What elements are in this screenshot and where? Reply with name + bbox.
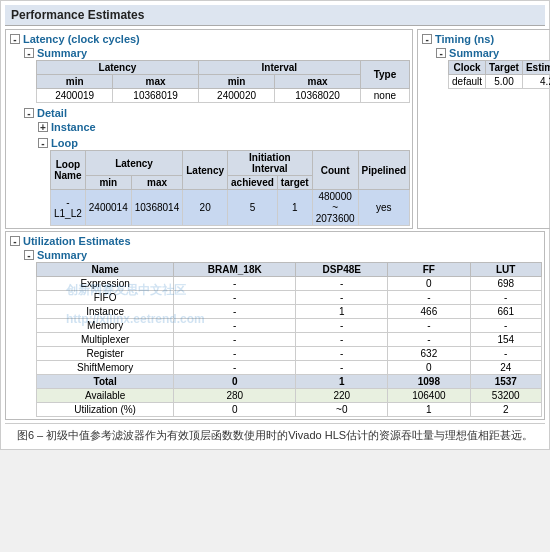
loop-min-header: min [85,176,131,190]
util-pct-ff: 1 [388,403,470,417]
loop-achieved-header: achieved [228,176,278,190]
timing-section-title: - Timing (ns) [420,32,550,46]
util-avail-ff: 106400 [388,389,470,403]
util-row-2-name: Instance [37,305,174,319]
loop-latency-header: Latency [183,151,228,190]
util-row-5-dsp: - [296,347,388,361]
loop-min-val: 2400014 [85,190,131,226]
util-row-4-ff: - [388,333,470,347]
util-row-0-bram: - [174,277,296,291]
table-row: Instance - 1 466 661 [37,305,542,319]
util-row-5-name: Register [37,347,174,361]
util-row-6-ff: 0 [388,361,470,375]
latency-detail-block: - Detail + Instance - Loop [8,106,410,226]
latency-summary-label: Summary [37,47,87,59]
latency-max-header: max [113,75,199,89]
table-row: Register - - 632 - [37,347,542,361]
loop-collapse-icon[interactable]: - [38,138,48,148]
instance-block: + Instance [22,120,410,134]
latency-detail-collapse-icon[interactable]: - [24,108,34,118]
latency-detail-label: Detail [37,107,67,119]
util-pct-name: Utilization (%) [37,403,174,417]
util-total-lut: 1537 [470,375,542,389]
util-summary-block: - Summary Name BRAM_18K DSP48E FF LUT [8,248,542,417]
timing-summary-table: Clock Target Estimated Uncertainty defau… [448,60,550,89]
caption: 图6 – 初级中值参考滤波器作为有效顶层函数数使用时的Vivado HLS估计的… [5,423,545,445]
util-row-6-bram: - [174,361,296,375]
loop-table-wrapper: Loop Name Latency Latency Initiation Int… [36,150,410,226]
instance-expand-icon[interactable]: + [38,122,48,132]
util-bram-header: BRAM_18K [174,263,296,277]
util-avail-lut: 53200 [470,389,542,403]
loop-name-header: Loop Name [51,151,86,190]
util-row-2-lut: 661 [470,305,542,319]
util-row-0-dsp: - [296,277,388,291]
util-row-2-ff: 466 [388,305,470,319]
instance-title: + Instance [36,120,410,134]
loop-pipelined-val: yes [358,190,409,226]
loop-count-header: Count [312,151,358,190]
util-pct-dsp: ~0 [296,403,388,417]
type-val: none [360,89,409,103]
util-pct-bram: 0 [174,403,296,417]
timing-panel: - Timing (ns) - Summary Clock Target Est… [417,29,550,229]
loop-data-row: -L1_L2 2400014 10368014 20 5 1 480000 ~ … [51,190,410,226]
loop-initiation-span-header: Initiation Interval [228,151,313,176]
util-name-header: Name [37,263,174,277]
util-collapse-icon[interactable]: - [10,236,20,246]
loop-block: - Loop Loop Name Latency Latency Initiat… [22,136,410,226]
latency-collapse-icon[interactable]: - [10,34,20,44]
util-row-5-bram: - [174,347,296,361]
loop-achieved-val: 5 [228,190,278,226]
loop-target-val: 1 [277,190,312,226]
clock-val: default [449,75,486,89]
latency-min-header: min [37,75,113,89]
loop-latency-span-header: Latency [85,151,182,176]
timing-summary-label: Summary [449,47,499,59]
timing-table-wrapper: Clock Target Estimated Uncertainty defau… [434,60,550,89]
util-ff-header: FF [388,263,470,277]
interval-col-header: Interval [198,61,360,75]
loop-name-val: -L1_L2 [51,190,86,226]
util-row-3-bram: - [174,319,296,333]
table-row: ShiftMemory - - 0 24 [37,361,542,375]
type-col-header: Type [360,61,409,89]
timing-collapse-icon[interactable]: - [422,34,432,44]
util-available-row: Available 280 220 106400 53200 [37,389,542,403]
estimated-header: Estimated [522,61,550,75]
latency-summary-collapse-icon[interactable]: - [24,48,34,58]
utilization-section: 创新网赛友思中文社区 http://xilinx.eetrend.com - U… [5,231,545,420]
latency-min-val: 2400019 [37,89,113,103]
util-row-6-lut: 24 [470,361,542,375]
loop-label: Loop [51,137,78,149]
util-summary-title: - Summary [22,248,542,262]
util-row-4-dsp: - [296,333,388,347]
table-row: Multiplexer - - - 154 [37,333,542,347]
timing-section-label: Timing (ns) [435,33,494,45]
util-percent-row: Utilization (%) 0 ~0 1 2 [37,403,542,417]
loop-max-val: 10368014 [131,190,183,226]
loop-latency-val: 20 [183,190,228,226]
loop-table: Loop Name Latency Latency Initiation Int… [50,150,410,226]
util-summary-label: Summary [37,249,87,261]
util-summary-collapse-icon[interactable]: - [24,250,34,260]
util-total-row: Total 0 1 1098 1537 [37,375,542,389]
timing-summary-block: - Summary Clock Target Estimated Uncerta… [420,46,550,89]
latency-detail-title: - Detail [22,106,410,120]
util-row-1-lut: - [470,291,542,305]
util-dsp-header: DSP48E [296,263,388,277]
timing-summary-collapse-icon[interactable]: - [436,48,446,58]
util-pct-lut: 2 [470,403,542,417]
loop-title: - Loop [36,136,410,150]
latency-panel: - Latency (clock cycles) - Summary Laten… [5,29,413,229]
util-row-4-bram: - [174,333,296,347]
util-row-0-lut: 698 [470,277,542,291]
instance-label: Instance [51,121,96,133]
target-val: 5.00 [486,75,523,89]
util-row-3-name: Memory [37,319,174,333]
util-row-2-bram: - [174,305,296,319]
latency-section-label: Latency (clock cycles) [23,33,140,45]
util-row-6-name: ShiftMemory [37,361,174,375]
util-row-3-dsp: - [296,319,388,333]
target-header: Target [486,61,523,75]
